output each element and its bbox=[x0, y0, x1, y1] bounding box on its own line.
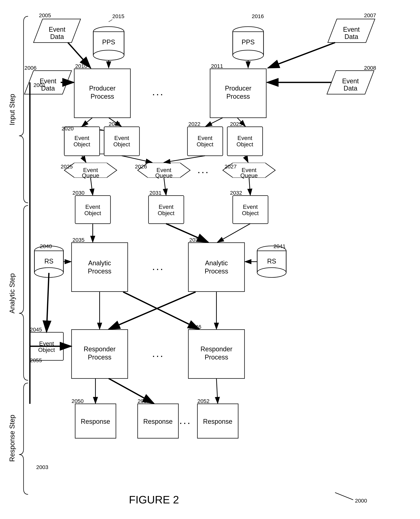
pps1-bottom bbox=[93, 50, 124, 60]
arrow-eq2-evobj6 bbox=[164, 178, 166, 195]
pps2-bottom bbox=[233, 50, 263, 60]
event-data-2-label: Event bbox=[343, 26, 360, 33]
dots-queues: . . . bbox=[198, 167, 208, 175]
ref-2022: 2022 bbox=[188, 121, 201, 127]
arrow-evobj1-eq1 bbox=[82, 156, 86, 163]
event-object-resp-label2: Object bbox=[38, 347, 55, 353]
ref-2005: 2005 bbox=[39, 12, 51, 18]
arrow-evobj6-anal2 bbox=[166, 224, 208, 242]
arrow-edata2-prod2 bbox=[268, 43, 335, 68]
producer-process-2-label: Producer bbox=[225, 85, 251, 92]
pps2-label: PPS bbox=[242, 38, 255, 46]
event-object-1-label2: Object bbox=[74, 141, 90, 148]
event-data-2-label2: Data bbox=[345, 33, 358, 40]
pps1-label: PPS bbox=[102, 38, 115, 46]
event-object-6-label2: Object bbox=[158, 210, 175, 216]
analytic-process-1-label: Analytic bbox=[88, 259, 111, 267]
arrow-evobj7-anal2 bbox=[217, 224, 250, 242]
producer-process-2-label2: Process bbox=[226, 93, 250, 100]
event-object-2-label2: Object bbox=[113, 141, 130, 148]
arrow-evobj3-eq2 bbox=[164, 156, 205, 163]
ref-2027: 2027 bbox=[225, 163, 237, 170]
ref-2032: 2032 bbox=[230, 190, 242, 196]
responder-process-2-label2: Process bbox=[205, 354, 228, 361]
arrow-prod2-evobj3 bbox=[206, 118, 223, 126]
rs1-label: RS bbox=[44, 258, 53, 265]
response-2-label: Response bbox=[143, 418, 172, 425]
event-object-1-label: Event bbox=[75, 135, 89, 141]
response-3-label: Response bbox=[203, 418, 232, 425]
producer-process-1-label2: Process bbox=[90, 93, 114, 100]
event-object-5-label2: Object bbox=[84, 210, 101, 216]
event-object-6-label: Event bbox=[159, 204, 173, 210]
arrow-evobj4-eq3 bbox=[245, 156, 248, 163]
ref-2016: 2016 bbox=[252, 13, 264, 19]
event-object-2-label: Event bbox=[114, 135, 129, 141]
arrow-anal1-resp2-bold bbox=[123, 292, 199, 329]
ref-2020: 2020 bbox=[62, 126, 74, 132]
event-data-4-label2: Data bbox=[344, 85, 358, 92]
arrow-resp1-res2-bold bbox=[109, 378, 154, 403]
ref-2011: 2011 bbox=[211, 63, 223, 69]
ref-2000: 2000 bbox=[355, 498, 367, 504]
event-object-3-label: Event bbox=[198, 135, 212, 141]
analytic-process-2-label: Analytic bbox=[205, 259, 228, 267]
ref-2041: 2041 bbox=[273, 243, 286, 249]
ref-2045: 2045 bbox=[30, 326, 42, 333]
analytic-step-bracket bbox=[19, 206, 28, 380]
arrow-rs1-resp bbox=[46, 273, 49, 332]
analytic-process-1 bbox=[72, 243, 128, 292]
input-step-label: Input Step bbox=[8, 94, 16, 125]
ref-2001: 2001 bbox=[33, 82, 46, 88]
ref-2026: 2026 bbox=[135, 163, 147, 170]
event-object-3-label2: Object bbox=[197, 141, 214, 148]
analytic-step-label: Analytic Step bbox=[8, 273, 16, 313]
ref-2030: 2030 bbox=[72, 190, 85, 196]
event-data-4-label: Event bbox=[342, 77, 359, 85]
response-step-label: Response Step bbox=[8, 415, 16, 462]
event-data-1-label: Event bbox=[49, 26, 65, 33]
rs2-bottom bbox=[257, 268, 286, 277]
ref-2051: 2051 bbox=[138, 398, 150, 404]
event-object-4-label: Event bbox=[237, 135, 252, 141]
ref-2007: 2007 bbox=[364, 12, 376, 18]
dots-responders: . . . bbox=[152, 350, 163, 358]
analytic-process-2-label2: Process bbox=[205, 267, 228, 275]
ref-2006: 2006 bbox=[24, 65, 37, 71]
input-step-bracket bbox=[19, 16, 28, 203]
responder-process-2-label: Responder bbox=[201, 345, 232, 353]
producer-process-1-label: Producer bbox=[89, 85, 116, 92]
response-step-bracket bbox=[19, 383, 28, 494]
ref-2000-line bbox=[335, 493, 353, 500]
analytic-process-1-label2: Process bbox=[88, 267, 111, 275]
ref-2008: 2008 bbox=[364, 65, 376, 71]
event-object-4-label2: Object bbox=[237, 141, 253, 148]
arrow-prod1-evobj1 bbox=[82, 118, 92, 126]
responder-process-1-label2: Process bbox=[88, 354, 111, 361]
diagram: Input Step Analytic Step Response Step P… bbox=[0, 0, 420, 519]
ref-2052: 2052 bbox=[197, 398, 210, 404]
arrow-eq1-evobj5 bbox=[90, 178, 93, 195]
rs2-label: RS bbox=[267, 258, 276, 265]
arrow-resp2-res3 bbox=[217, 378, 218, 403]
figure-title: FIGURE 2 bbox=[129, 494, 179, 506]
event-object-7-label2: Object bbox=[242, 210, 259, 216]
event-data-1-label2: Data bbox=[50, 33, 64, 40]
dots-responses: . . . bbox=[180, 417, 190, 425]
ref-2003: 2003 bbox=[36, 464, 48, 470]
ref-2055: 2055 bbox=[30, 357, 42, 363]
ref-2015: 2015 bbox=[112, 13, 124, 19]
dots-producers: . . . bbox=[152, 89, 163, 97]
responder-process-1-label: Responder bbox=[84, 345, 116, 353]
response-1-label: Response bbox=[81, 418, 110, 425]
ref-2025: 2025 bbox=[61, 163, 73, 170]
arrow-evobj2-eq2 bbox=[122, 156, 152, 163]
ref-2050: 2050 bbox=[72, 398, 84, 404]
ref-2010: 2010 bbox=[75, 63, 87, 69]
ref-2035: 2035 bbox=[72, 237, 85, 243]
ref-2031: 2031 bbox=[150, 190, 162, 196]
arrow-eq3-evobj7 bbox=[249, 178, 250, 195]
ref-2023: 2023 bbox=[230, 121, 242, 127]
analytic-process-2 bbox=[188, 243, 245, 292]
event-object-5-label: Event bbox=[85, 204, 100, 210]
